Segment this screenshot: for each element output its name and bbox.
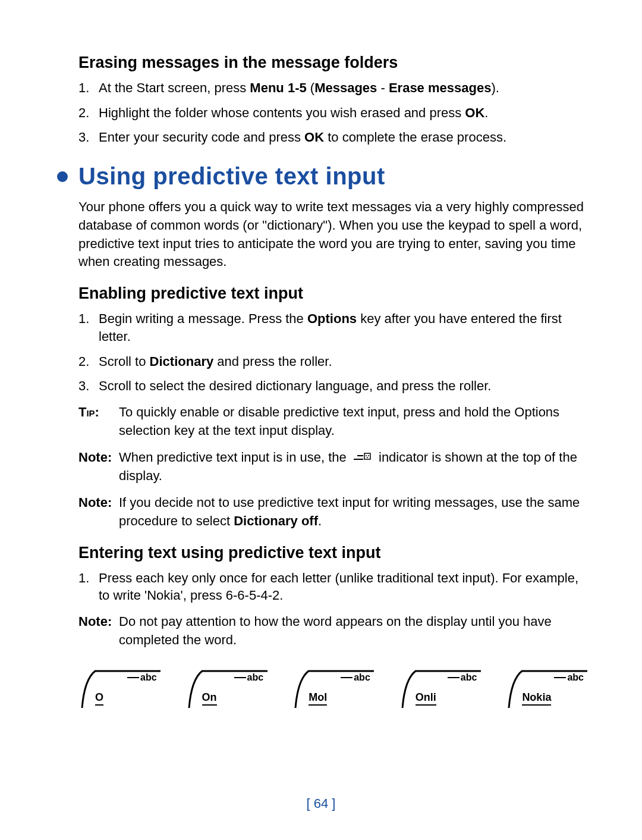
svg-point-4 (367, 457, 368, 458)
abc-indicator: abc (554, 672, 584, 683)
predictive-step-2: abc On (185, 667, 269, 709)
predictive-step-5: abc Nokia (505, 667, 588, 709)
text-bold: Messages (314, 80, 377, 95)
note-text: If you decide not to use predictive text… (115, 494, 588, 531)
text-bold: Options (307, 311, 357, 326)
predictive-example-row: abc O abc On abc Mol abc Onli abc Nokia (78, 667, 588, 709)
text-fragment: - (377, 80, 389, 95)
note-text: Do not pay attention to how the word app… (115, 613, 588, 650)
predictive-indicator-icon (353, 449, 373, 467)
text-bold: Dictionary (150, 354, 214, 369)
list-item: 3. Scroll to select the desired dictiona… (78, 377, 588, 395)
predictive-word: Nokia (522, 691, 551, 706)
text-fragment: . (318, 513, 322, 528)
predictive-step-3: abc Mol (292, 667, 375, 709)
list-text: Scroll to select the desired dictionary … (99, 377, 588, 395)
list-item: 2. Highlight the folder whose contents y… (78, 104, 588, 122)
subheading-enabling: Enabling predictive text input (78, 284, 588, 303)
svg-point-2 (366, 455, 367, 456)
abc-indicator: abc (234, 672, 264, 683)
section-title-row: Using predictive text input (54, 163, 588, 190)
text-bold: Menu 1-5 (250, 80, 306, 95)
section-title: Using predictive text input (78, 163, 385, 190)
text-bold: Dictionary off (234, 513, 318, 528)
list-number: 3. (78, 128, 99, 146)
list-text: Begin writing a message. Press the Optio… (99, 310, 588, 345)
note-label: Note: (78, 613, 115, 650)
abc-indicator: abc (341, 672, 370, 683)
list-text: Press each key only once for each letter… (99, 569, 588, 604)
subheading-erasing: Erasing messages in the message folders (78, 54, 588, 72)
text-bold: Erase messages (389, 80, 491, 95)
text-fragment: Scroll to select the desired dictionary … (99, 378, 491, 393)
abc-indicator: abc (448, 672, 477, 683)
list-text: Scroll to Dictionary and press the rolle… (99, 353, 588, 371)
list-text: At the Start screen, press Menu 1-5 (Mes… (99, 79, 588, 97)
note-label: Note: (78, 449, 115, 485)
subheading-entering: Entering text using predictive text inpu… (78, 544, 588, 562)
list-number: 3. (78, 377, 99, 395)
text-bold: OK (304, 130, 324, 145)
note-text: When predictive text input is in use, th… (115, 449, 588, 485)
page-number: [ 64 ] (0, 796, 642, 811)
note-row-1: Note: When predictive text input is in u… (78, 449, 588, 485)
list-erasing: 1. At the Start screen, press Menu 1-5 (… (78, 79, 588, 146)
svg-point-3 (368, 455, 369, 456)
predictive-word: On (202, 691, 217, 706)
tip-text: To quickly enable or disable predictive … (115, 403, 588, 440)
list-item: 2. Scroll to Dictionary and press the ro… (78, 353, 588, 371)
predictive-step-4: abc Onli (399, 667, 482, 709)
text-fragment: Begin writing a message. Press the (99, 311, 307, 326)
text-fragment: . (484, 105, 488, 120)
text-fragment: Highlight the folder whose contents you … (99, 105, 465, 120)
text-fragment: Enter your security code and press (99, 130, 304, 145)
list-item: 1. Begin writing a message. Press the Op… (78, 310, 588, 345)
abc-indicator: abc (127, 672, 157, 683)
predictive-word: Onli (416, 691, 436, 706)
list-number: 2. (78, 104, 99, 122)
text-fragment: At the Start screen, press (99, 80, 250, 95)
bullet-icon (57, 171, 68, 182)
predictive-step-1: abc O (78, 667, 162, 709)
list-item: 1. At the Start screen, press Menu 1-5 (… (78, 79, 588, 97)
text-bold: OK (465, 105, 484, 120)
text-fragment: ( (307, 80, 314, 95)
note-label: Note: (78, 494, 115, 531)
text-fragment: Scroll to (99, 354, 150, 369)
list-number: 1. (78, 569, 99, 604)
tip-label: Tip: (78, 403, 115, 440)
text-fragment: ). (491, 80, 499, 95)
text-fragment: to complete the erase process. (324, 130, 506, 145)
list-number: 1. (78, 79, 99, 97)
list-item: 3. Enter your security code and press OK… (78, 128, 588, 146)
predictive-word: O (95, 691, 103, 706)
list-entering: 1. Press each key only once for each let… (78, 569, 588, 604)
text-fragment: and press the roller. (213, 354, 332, 369)
predictive-word: Mol (309, 691, 327, 706)
list-item: 1. Press each key only once for each let… (78, 569, 588, 604)
text-fragment: If you decide not to use predictive text… (119, 495, 580, 528)
note-row-3: Note: Do not pay attention to how the wo… (78, 613, 588, 650)
list-text: Highlight the folder whose contents you … (99, 104, 588, 122)
note-row-2: Note: If you decide not to use predictiv… (78, 494, 588, 531)
list-number: 2. (78, 353, 99, 371)
intro-paragraph: Your phone offers you a quick way to wri… (78, 198, 588, 271)
text-fragment: When predictive text input is in use, th… (119, 450, 350, 465)
list-enabling: 1. Begin writing a message. Press the Op… (78, 310, 588, 395)
list-number: 1. (78, 310, 99, 345)
tip-row: Tip: To quickly enable or disable predic… (78, 403, 588, 440)
list-text: Enter your security code and press OK to… (99, 128, 588, 146)
